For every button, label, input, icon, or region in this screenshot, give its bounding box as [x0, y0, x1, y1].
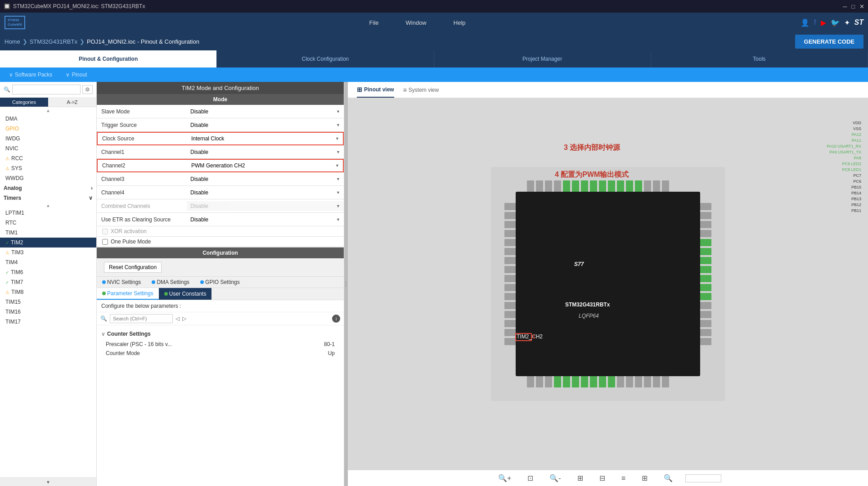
sidebar-item-sys[interactable]: ⚠SYS [0, 163, 96, 173]
sidebar-item-wwdg[interactable]: WWDG [0, 173, 96, 183]
channel2-select-wrapper[interactable]: PWM Generation CH2 [188, 161, 343, 171]
svg-rect-30 [644, 376, 651, 387]
sidebar-item-nvic[interactable]: NVIC [0, 144, 96, 153]
channel4-label: Channel4 [97, 187, 187, 198]
use-etr-row: Use ETR as Clearing Source Disable [97, 213, 344, 226]
channel3-select[interactable]: Disable [187, 174, 344, 184]
use-etr-select-wrapper[interactable]: Disable [187, 215, 344, 225]
trigger-source-select-wrapper[interactable]: Disable [187, 120, 344, 130]
channel1-select-wrapper[interactable]: Disable [187, 147, 344, 157]
sidebar-item-iwdg[interactable]: IWDG [0, 134, 96, 144]
clock-source-select[interactable]: Internal Clock [188, 134, 343, 144]
zoom-out-button[interactable]: 🔍- [546, 472, 564, 484]
tab-tools[interactable]: Tools [651, 50, 868, 68]
prescaler-value: 80-1 [324, 341, 335, 347]
svg-rect-54 [700, 248, 711, 255]
view-tab-pinout[interactable]: ⊞ Pinout view [357, 82, 394, 98]
sidebar-item-tim4[interactable]: TIM4 [0, 257, 96, 267]
channel4-select-wrapper[interactable]: Disable [187, 188, 344, 198]
trigger-source-select[interactable]: Disable [187, 120, 344, 130]
search-input[interactable] [12, 85, 81, 94]
use-etr-select[interactable]: Disable [187, 215, 344, 225]
divider-handle[interactable] [344, 82, 348, 486]
channel3-select-wrapper[interactable]: Disable [187, 174, 344, 184]
social-icon: ✦ [844, 18, 850, 27]
zoom-in-button[interactable]: 🔍+ [495, 472, 515, 484]
config-tab-nvic[interactable]: NVIC Settings [97, 277, 146, 288]
xor-activation-checkbox[interactable] [102, 229, 108, 234]
sidebar-item-tim6[interactable]: ✓TIM6 [0, 267, 96, 277]
sidebar-item-tim7[interactable]: ✓TIM7 [0, 277, 96, 287]
sidebar-item-tim1[interactable]: TIM1 [0, 228, 96, 238]
sidebar-item-gpio[interactable]: GPIO [0, 124, 96, 134]
sidebar-item-tim2[interactable]: ✓TIM2 [0, 238, 96, 248]
sidebar-section-timers[interactable]: Timers ∨ [0, 193, 96, 203]
analog-chevron: › [91, 185, 93, 191]
params-search-input[interactable] [110, 314, 173, 323]
sidebar-item-tim15[interactable]: TIM15 [0, 297, 96, 307]
cat-tab-az[interactable]: A->Z [48, 98, 96, 107]
slave-mode-select[interactable]: Disable [187, 107, 344, 117]
channel2-select[interactable]: PWM Generation CH2 [188, 161, 343, 171]
sidebar-item-lptim1[interactable]: LPTIM1 [0, 208, 96, 218]
layout-btn2[interactable]: ⊟ [596, 472, 609, 484]
layout-btn4[interactable]: ⊞ [638, 472, 651, 484]
svg-rect-49 [700, 203, 711, 210]
layout-btn1[interactable]: ⊞ [574, 472, 587, 484]
generate-code-button[interactable]: GENERATE CODE [795, 35, 864, 49]
maximize-btn[interactable]: □ [851, 3, 855, 10]
combined-channels-select[interactable]: Disable [187, 201, 344, 211]
search-bar: 🔍 ⚙ [0, 82, 96, 98]
params-nav-right[interactable]: ▷ [182, 315, 186, 322]
config-tab-params[interactable]: Parameter Settings [97, 288, 159, 300]
svg-rect-57 [700, 275, 711, 282]
cat-tab-categories[interactable]: Categories [0, 98, 48, 107]
tim8-warning-icon: ⚠ [5, 290, 9, 295]
rcc-warning-icon: ⚠ [5, 156, 9, 161]
config-tab-user-constants[interactable]: User Constants [159, 288, 212, 300]
config-tab-gpio[interactable]: GPIO Settings [195, 277, 245, 288]
sidebar-item-dma[interactable]: DMA [0, 114, 96, 124]
sub-tab-pinout[interactable]: ∨ Pinout [66, 72, 87, 78]
sidebar-item-tim16[interactable]: TIM16 [0, 307, 96, 317]
sidebar-item-tim8[interactable]: ⚠TIM8 [0, 287, 96, 297]
sidebar-section-analog[interactable]: Analog › [0, 183, 96, 193]
menu-help[interactable]: Help [440, 13, 479, 32]
minimize-btn[interactable]: ─ [843, 3, 847, 10]
menu-window[interactable]: Window [392, 13, 440, 32]
svg-rect-53 [700, 239, 711, 246]
sidebar-item-rtc[interactable]: RTC [0, 218, 96, 228]
view-tab-system[interactable]: ≡ System view [403, 83, 439, 97]
fit-button[interactable]: ⊡ [524, 472, 537, 484]
sidebar-item-tim3[interactable]: ⚠TIM3 [0, 248, 96, 257]
menu-file[interactable]: File [356, 13, 392, 32]
breadcrumb-device[interactable]: STM32G431RBTx [30, 38, 77, 45]
sidebar-list: ▲ DMA GPIO IWDG NVIC ⚠RCC ⚠SYS WWDG Anal… [0, 107, 96, 477]
svg-rect-7 [581, 180, 588, 192]
sidebar-item-tim17[interactable]: TIM17 [0, 317, 96, 327]
sidebar-scroll-down[interactable]: ▼ [46, 480, 50, 485]
config-tab-dma[interactable]: DMA Settings [146, 277, 195, 288]
annotation-3: 3 选择内部时钟源 [564, 143, 620, 153]
tab-pinout-config[interactable]: Pinout & Configuration [0, 50, 217, 68]
gear-button[interactable]: ⚙ [82, 85, 93, 94]
sidebar-item-rcc[interactable]: ⚠RCC [0, 153, 96, 163]
slave-mode-select-wrapper[interactable]: Disable [187, 107, 344, 117]
close-btn[interactable]: ✕ [859, 3, 864, 10]
tab-project-manager[interactable]: Project Manager [434, 50, 651, 68]
one-pulse-mode-checkbox[interactable] [102, 239, 108, 245]
clock-source-row: Clock Source Internal Clock [97, 132, 344, 145]
clock-source-select-wrapper[interactable]: Internal Clock [188, 134, 343, 144]
zoom-input[interactable] [685, 474, 721, 482]
breadcrumb-home[interactable]: Home [4, 38, 20, 45]
gpio-dot [200, 280, 204, 284]
params-nav-left[interactable]: ◁ [175, 315, 180, 322]
reset-configuration-button[interactable]: Reset Configuration [104, 262, 162, 273]
counter-settings-arrow[interactable]: ∨ [101, 331, 105, 337]
channel4-select[interactable]: Disable [187, 188, 344, 198]
channel1-select[interactable]: Disable [187, 147, 344, 157]
sub-tab-software-packs[interactable]: ∨ Software Packs [9, 72, 52, 78]
layout-btn3[interactable]: ≡ [618, 472, 629, 484]
tab-clock-config[interactable]: Clock Configuration [217, 50, 434, 68]
search-chip-button[interactable]: 🔍 [660, 472, 676, 484]
